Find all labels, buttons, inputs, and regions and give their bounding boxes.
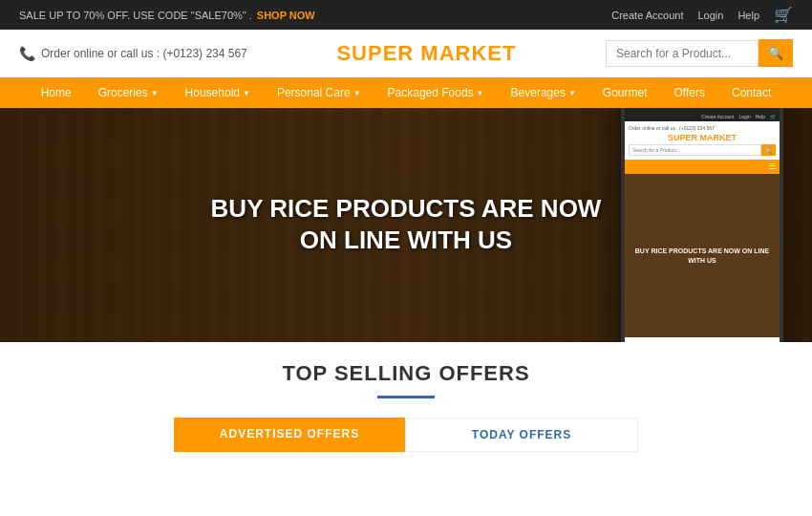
- header: 📞 Order online or call us : (+0123) 234 …: [0, 30, 812, 77]
- nav-household[interactable]: Household ▼: [172, 77, 264, 108]
- section-underline: [377, 396, 435, 398]
- today-offers-tab[interactable]: TODAY OFFERS: [405, 418, 638, 452]
- offer-tabs: ADVERTISED OFFERS TODAY OFFERS: [174, 418, 638, 452]
- phone-hamburger-bar: ☰: [625, 160, 780, 174]
- phone-shop-now[interactable]: SHOP NOW: [749, 108, 776, 109]
- phone-search-input[interactable]: [629, 144, 761, 156]
- phone-logo: SUPER MARKET: [629, 133, 776, 142]
- chevron-down-icon: ▼: [353, 89, 361, 97]
- nav-personal-care[interactable]: Personal Care ▼: [264, 77, 374, 108]
- nav-gourmet[interactable]: Gourmet: [589, 77, 661, 108]
- nav-bar: Home Groceries ▼ Household ▼ Personal Ca…: [0, 77, 812, 108]
- search-button[interactable]: 🔍: [759, 39, 793, 67]
- phone-label: Order online or call us : (+0123) 234 56…: [41, 47, 247, 60]
- nav-contact[interactable]: Contact: [718, 77, 784, 108]
- nav-beverages[interactable]: Beverages ▼: [498, 77, 589, 108]
- phone-hero-text: BUY RICE PRODUCTS ARE NOW ON LINE WITH U…: [630, 247, 775, 264]
- phone-search-button[interactable]: 🔍: [761, 144, 776, 156]
- nav-home[interactable]: Home: [28, 77, 85, 108]
- help-link[interactable]: Help: [737, 10, 759, 21]
- nav-groceries[interactable]: Groceries ▼: [85, 77, 172, 108]
- phone-help[interactable]: Help: [756, 114, 765, 119]
- chevron-down-icon: ▼: [243, 89, 250, 97]
- phone-section-title: TOP SELLING OFFERS: [625, 337, 780, 342]
- phone-icon: 📞: [19, 46, 35, 61]
- phone-info: 📞 Order online or call us : (+0123) 234 …: [19, 46, 247, 61]
- section-title: TOP SELLING OFFERS: [19, 361, 793, 386]
- shop-now-link[interactable]: SHOP NOW: [257, 10, 315, 21]
- search-bar: 🔍: [606, 39, 793, 67]
- hero-section: BUY RICE PRODUCTS ARE NOW ON LINE WITH U…: [0, 108, 812, 342]
- hamburger-icon[interactable]: ☰: [769, 162, 776, 171]
- phone-header-links: Create Account Login Help 🛒: [625, 112, 780, 121]
- phone-header: Order online or call us : (+0123) 234 56…: [625, 121, 780, 160]
- search-input[interactable]: [606, 40, 759, 67]
- nav-packaged-foods[interactable]: Packaged Foods ▼: [374, 77, 498, 108]
- phone-screen: IDEA 8:20 pm ▮ SALE UP TO 70% OFF. USE C…: [625, 108, 780, 342]
- announcement-left: SALE UP TO 70% OFF. USE CODE "SALE70%" .…: [19, 10, 315, 21]
- phone-hero: BUY RICE PRODUCTS ARE NOW ON LINE WITH U…: [625, 174, 780, 337]
- cart-icon[interactable]: 🛒: [774, 6, 793, 24]
- phone-cart-icon[interactable]: 🛒: [770, 114, 776, 119]
- advertised-offers-tab[interactable]: ADVERTISED OFFERS: [174, 418, 405, 452]
- announcement-right: Create Account Login Help 🛒: [611, 6, 793, 24]
- chevron-down-icon: ▼: [477, 89, 484, 97]
- announcement-bar: SALE UP TO 70% OFF. USE CODE "SALE70%" .…: [0, 0, 812, 30]
- create-account-link[interactable]: Create Account: [611, 10, 683, 21]
- login-link[interactable]: Login: [697, 10, 723, 21]
- site-logo[interactable]: SUPER MARKET: [336, 41, 516, 66]
- phone-create-account[interactable]: Create Account: [701, 114, 734, 119]
- nav-offers[interactable]: Offers: [661, 77, 718, 108]
- phone-login[interactable]: Login: [738, 114, 750, 119]
- chevron-down-icon: ▼: [568, 89, 576, 97]
- main-content: TOP SELLING OFFERS ADVERTISED OFFERS TOD…: [0, 342, 812, 471]
- announcement-text: SALE UP TO 70% OFF. USE CODE "SALE70%" .: [19, 10, 252, 21]
- phone-search-bar: 🔍: [629, 144, 776, 156]
- chevron-down-icon: ▼: [151, 89, 159, 97]
- phone-mockup: IDEA 8:20 pm ▮ SALE UP TO 70% OFF. USE C…: [621, 108, 783, 342]
- hero-text: BUY RICE PRODUCTS ARE NOW ON LINE WITH U…: [162, 193, 650, 258]
- phone-announcement-text: SALE UP TO 70% OFF. USE CODE "SALE70%": [629, 108, 732, 109]
- phone-phone-label: Order online or call us : (+0123) 234 56…: [629, 125, 776, 131]
